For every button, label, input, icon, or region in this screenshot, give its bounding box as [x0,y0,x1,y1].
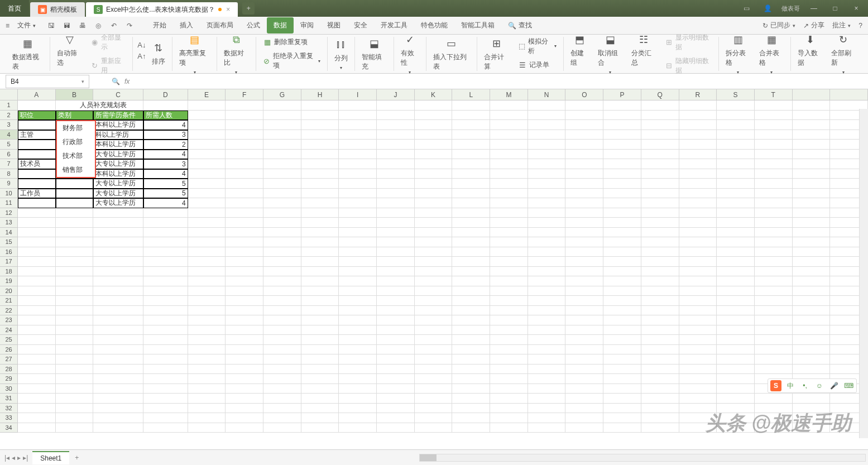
cell[interactable] [226,257,263,267]
cell[interactable] [717,354,755,365]
cell[interactable]: 4 [143,120,188,130]
cell[interactable] [301,315,339,325]
cell[interactable] [641,354,679,365]
cell[interactable] [755,198,793,208]
cell[interactable] [56,335,94,345]
cell[interactable] [717,150,755,160]
cell[interactable] [755,120,793,130]
cell[interactable] [339,365,377,375]
cell[interactable] [377,111,415,121]
cell[interactable] [755,394,793,404]
insert-dropdown-button[interactable]: ▭插入下拉列表 [431,36,473,73]
cell[interactable] [603,159,641,169]
cell[interactable] [263,179,301,189]
cell[interactable] [565,140,603,150]
cell[interactable] [641,159,679,169]
cell[interactable] [188,237,226,247]
cell[interactable] [452,394,490,404]
cell[interactable]: 大专以上学历 [93,198,143,208]
minimize-icon[interactable]: — [807,3,821,14]
cell[interactable] [603,354,641,365]
cell[interactable]: 主管 [18,130,56,140]
cell[interactable] [93,247,143,257]
row-header[interactable]: 15 [0,237,18,247]
cell[interactable] [188,189,226,199]
cell[interactable] [528,296,566,306]
cells-area[interactable]: 职位类别所需学历条件所需人数销售部本科以上学历4主管▾科以上学历3本科以上学历2… [18,100,868,444]
cell[interactable] [793,335,831,345]
cell[interactable] [301,218,339,228]
cell[interactable] [339,189,377,199]
cell[interactable] [339,325,377,335]
cell[interactable] [641,111,679,121]
cell[interactable] [56,257,94,267]
row-header[interactable]: 18 [0,267,18,277]
cell[interactable] [301,198,339,208]
cell[interactable] [377,218,415,228]
cell[interactable] [415,228,453,238]
cell[interactable] [755,247,793,257]
sheet-nav[interactable]: |◂ ◂ ▸ ▸| [0,454,32,462]
cell[interactable] [793,237,831,247]
cell[interactable]: 类别 [56,111,94,121]
cell[interactable] [490,120,528,130]
namebox-dropdown-icon[interactable]: ▾ [81,79,84,84]
cell[interactable] [755,189,793,199]
ime-punct-icon[interactable]: •, [799,380,811,391]
cell[interactable] [301,169,339,179]
cell[interactable] [143,276,188,286]
cell[interactable] [263,354,301,365]
pivot-button[interactable]: ▦数据透视表 [10,36,45,73]
cell[interactable] [18,218,56,228]
cell[interactable]: 大专以上学历 [93,150,143,160]
cell[interactable] [143,208,188,218]
autofilter-button[interactable]: ▽自动筛选 [55,32,84,76]
cell[interactable] [641,257,679,267]
cell[interactable] [603,150,641,160]
col-header[interactable]: T [755,89,793,100]
cell[interactable] [188,130,226,140]
cell[interactable] [717,345,755,355]
cell[interactable] [377,140,415,150]
cell[interactable] [603,140,641,150]
cell[interactable] [565,335,603,345]
cell[interactable] [301,276,339,286]
cell[interactable] [188,423,226,433]
cell[interactable] [452,218,490,228]
cell[interactable] [226,237,263,247]
cell[interactable] [301,111,339,121]
cell[interactable] [226,169,263,179]
cell[interactable] [263,150,301,160]
cell[interactable] [528,198,566,208]
cell[interactable] [263,169,301,179]
cell[interactable] [679,286,717,296]
cell[interactable] [56,345,94,355]
cell[interactable] [679,335,717,345]
cell[interactable] [793,413,831,423]
cell[interactable] [18,365,56,375]
tab-layout[interactable]: 页面布局 [200,17,240,33]
cell[interactable] [415,159,453,169]
consolidate-button[interactable]: ⊞合并计算 [482,36,511,73]
cell[interactable] [717,120,755,130]
cell[interactable] [377,365,415,375]
cell[interactable] [452,335,490,345]
cell[interactable] [263,111,301,121]
cell[interactable] [679,365,717,375]
cell[interactable] [226,325,263,335]
cell[interactable] [143,286,188,296]
cell[interactable] [679,296,717,306]
cell[interactable] [565,404,603,414]
cell[interactable] [339,120,377,130]
cell[interactable] [377,189,415,199]
cell[interactable] [301,365,339,375]
cell[interactable] [793,296,831,306]
cell[interactable] [377,159,415,169]
cell[interactable] [339,306,377,316]
cell[interactable] [226,394,263,404]
cell[interactable] [641,325,679,335]
cell[interactable] [565,150,603,160]
cell[interactable] [93,394,143,404]
cell[interactable] [452,296,490,306]
cell[interactable] [755,228,793,238]
